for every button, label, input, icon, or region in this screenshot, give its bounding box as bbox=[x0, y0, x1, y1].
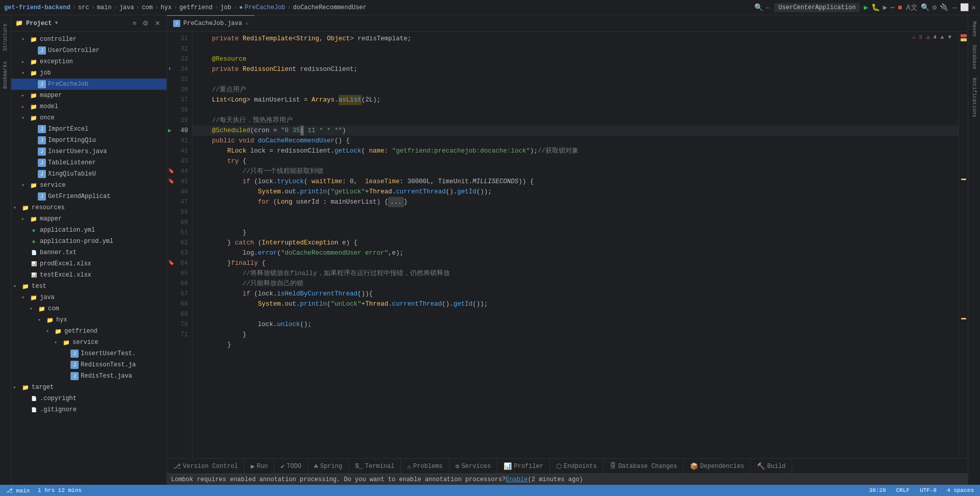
status-left: ⎇ main 1 hrs 12 mins bbox=[4, 487, 84, 494]
git-branch[interactable]: ⎇ main bbox=[4, 487, 32, 494]
tree-item-once[interactable]: ▾ 📁 once bbox=[11, 112, 166, 123]
tree-item-java2[interactable]: ▾ 📁 java bbox=[11, 292, 166, 303]
code-editor[interactable]: private RedisTemplate<String, Object> re… bbox=[193, 32, 959, 458]
tree-item-importexcel[interactable]: J ImportExcel bbox=[11, 123, 166, 135]
tab-db-changes[interactable]: 🗄 Database Changes bbox=[604, 459, 684, 474]
cursor-position[interactable]: 39:28 bbox=[867, 487, 888, 493]
more-run-icon[interactable]: ⋯ bbox=[890, 3, 894, 12]
tab-profiler[interactable]: 📊 Profiler bbox=[497, 459, 550, 474]
close-panel-button[interactable]: ✕ bbox=[153, 18, 162, 28]
tree-item-insertusertest[interactable]: J InsertUserTest. bbox=[11, 348, 166, 359]
database-panel-btn[interactable]: Database bbox=[971, 43, 977, 71]
tree-item-com2[interactable]: ▾ 📁 com bbox=[11, 303, 166, 314]
warning-count[interactable]: ⚠ 4 bbox=[926, 34, 937, 40]
maven-panel-btn[interactable]: Maven bbox=[971, 19, 977, 39]
navigate-back-icon[interactable]: ← bbox=[766, 4, 770, 12]
tree-item-redissontest[interactable]: J RedissonTest.ja bbox=[11, 359, 166, 370]
tree-item-mapper[interactable]: ▸ 📁 mapper bbox=[11, 90, 166, 101]
tree-arrow-mapper2: ▸ bbox=[21, 216, 30, 222]
notifications-panel-btn[interactable]: Notifications bbox=[971, 76, 977, 119]
search-everywhere-icon[interactable]: 🔍 bbox=[754, 3, 763, 12]
tab-todo[interactable]: ✔ TODO bbox=[274, 459, 308, 474]
tab-close-button[interactable]: ✕ bbox=[245, 20, 248, 27]
tree-item-controller[interactable]: ▾ 📁 controller bbox=[11, 34, 166, 45]
tab-version-control[interactable]: ⎇ Version Control bbox=[167, 459, 245, 474]
annotation-nav-down[interactable]: ▼ bbox=[948, 34, 951, 40]
tree-item-hyx2[interactable]: ▾ 📁 hyx bbox=[11, 314, 166, 326]
settings-button[interactable]: ⚙ bbox=[140, 18, 151, 28]
tree-item-insertusers[interactable]: J InsertUsers.java bbox=[11, 146, 166, 157]
editor-tab-precachejob[interactable]: J PreCacheJob.java ✕ bbox=[167, 15, 255, 31]
tree-item-tablelistener[interactable]: J TableListener bbox=[11, 157, 166, 168]
tree-item-target[interactable]: ▸ 📁 target bbox=[11, 382, 166, 393]
enable-link[interactable]: Enable bbox=[506, 476, 528, 483]
tree-item-redistest[interactable]: J RedisTest.java bbox=[11, 370, 166, 382]
tab-terminal[interactable]: $_ Terminal bbox=[349, 459, 401, 474]
tree-item-resources[interactable]: ▾ 📁 resources bbox=[11, 202, 166, 213]
tab-run[interactable]: ▶ Run bbox=[245, 459, 274, 474]
tree-item-xingqiu[interactable]: J XingQiuTableU bbox=[11, 168, 166, 180]
file-encoding[interactable]: UTF-8 bbox=[918, 487, 939, 493]
tree-item-usercontroller[interactable]: J UserController bbox=[11, 45, 166, 56]
tree-item-appyml[interactable]: ◉ application.yml bbox=[11, 225, 166, 236]
tree-item-service2[interactable]: ▾ 📁 service bbox=[11, 337, 166, 348]
tree-item-service[interactable]: ▾ 📁 service bbox=[11, 180, 166, 191]
stop-icon[interactable]: ■ bbox=[898, 4, 902, 12]
run-with-coverage-icon[interactable]: ▶ bbox=[883, 3, 887, 12]
panel-dropdown-icon[interactable]: ▼ bbox=[55, 20, 58, 26]
structure-panel-btn[interactable]: Structure bbox=[2, 19, 9, 55]
tree-item-test[interactable]: ▾ 📁 test bbox=[11, 281, 166, 292]
tab-problems[interactable]: ⚠ Problems bbox=[401, 459, 449, 474]
path-src: src bbox=[78, 4, 89, 11]
project-name[interactable]: get-friend-backend bbox=[4, 4, 70, 11]
tab-endpoints[interactable]: ⬡ Endpoints bbox=[550, 459, 604, 474]
tree-item-getfriend2[interactable]: ▾ 📁 getfriend bbox=[11, 326, 166, 337]
collapse-all-button[interactable]: ≡ bbox=[130, 18, 138, 28]
indent-info[interactable]: 4 spaces bbox=[945, 487, 976, 493]
tree-item-model[interactable]: ▸ 📁 model bbox=[11, 101, 166, 112]
debug-icon[interactable]: 🐛 bbox=[871, 3, 880, 12]
title-action-icons: 🔍 ← bbox=[754, 3, 770, 12]
tree-label-job: job bbox=[40, 69, 51, 77]
tree-item-exception[interactable]: ▸ 📁 exception bbox=[11, 56, 166, 67]
run-gutter-icon[interactable]: ▶ bbox=[168, 126, 172, 136]
bookmarks-panel-btn[interactable]: Bookmarks bbox=[2, 57, 9, 93]
tab-spring[interactable]: ☘ Spring bbox=[308, 459, 349, 474]
line-39: 39 bbox=[167, 115, 192, 126]
tree-item-importxq[interactable]: J ImportXingQiu bbox=[11, 135, 166, 146]
minimize-button[interactable]: — bbox=[952, 4, 957, 12]
tab-services[interactable]: ⚙ Services bbox=[449, 459, 497, 474]
tree-item-gitignore[interactable]: 📄 .gitignore bbox=[11, 404, 166, 415]
tree-item-job[interactable]: ▾ 📁 job bbox=[11, 67, 166, 79]
tree-item-mapper2[interactable]: ▸ 📁 mapper bbox=[11, 213, 166, 225]
plugin-icon[interactable]: 🔌 bbox=[940, 3, 948, 12]
line-ending[interactable]: CRLF bbox=[894, 487, 912, 493]
annotation-nav-up[interactable]: ▲ bbox=[941, 34, 944, 40]
settings-icon[interactable]: ⚙ bbox=[933, 3, 937, 12]
tree-item-appprod[interactable]: ◉ application-prod.yml bbox=[11, 236, 166, 247]
tree-item-prodexcel[interactable]: 📊 prodExcel.xlsx bbox=[11, 258, 166, 269]
tree-item-testexcel[interactable]: 📊 testExcel.xlsx bbox=[11, 269, 166, 281]
java-icon-iu: J bbox=[38, 147, 46, 156]
folder-icon-gf2: 📁 bbox=[54, 327, 62, 335]
tree-item-copyright[interactable]: 📄 .copyright bbox=[11, 393, 166, 404]
tab-dependencies[interactable]: 📦 Dependencies bbox=[684, 459, 751, 474]
close-button[interactable]: ✕ bbox=[972, 3, 976, 12]
tree-item-precachejob[interactable]: J PreCacheJob bbox=[11, 79, 166, 90]
tree-label-tl: TableListener bbox=[48, 159, 96, 166]
time-info[interactable]: 1 hrs 12 mins bbox=[36, 487, 84, 493]
run-icon[interactable]: ▶ bbox=[864, 3, 868, 12]
maximize-button[interactable]: ⬜ bbox=[960, 3, 969, 12]
code-line-59 bbox=[193, 217, 959, 228]
app-selector[interactable]: UserCenterApplication bbox=[774, 3, 859, 12]
search-icon[interactable]: 🔍 bbox=[921, 3, 929, 12]
tree-item-banner[interactable]: 📄 banner.txt bbox=[11, 247, 166, 258]
tree-item-getfriendapp[interactable]: J GetFriendApplicat bbox=[11, 191, 166, 202]
code-line-44: //只有一个线程能获取到锁 bbox=[193, 166, 959, 177]
error-count[interactable]: ⚠ 3 bbox=[912, 34, 922, 40]
tab-run-label: Run bbox=[257, 463, 268, 470]
translate-icon[interactable]: A文 bbox=[906, 3, 917, 12]
line-31: 31 bbox=[167, 34, 192, 44]
folder-icon-service: 📁 bbox=[30, 181, 38, 189]
tab-build[interactable]: 🔨 Build bbox=[751, 459, 792, 474]
